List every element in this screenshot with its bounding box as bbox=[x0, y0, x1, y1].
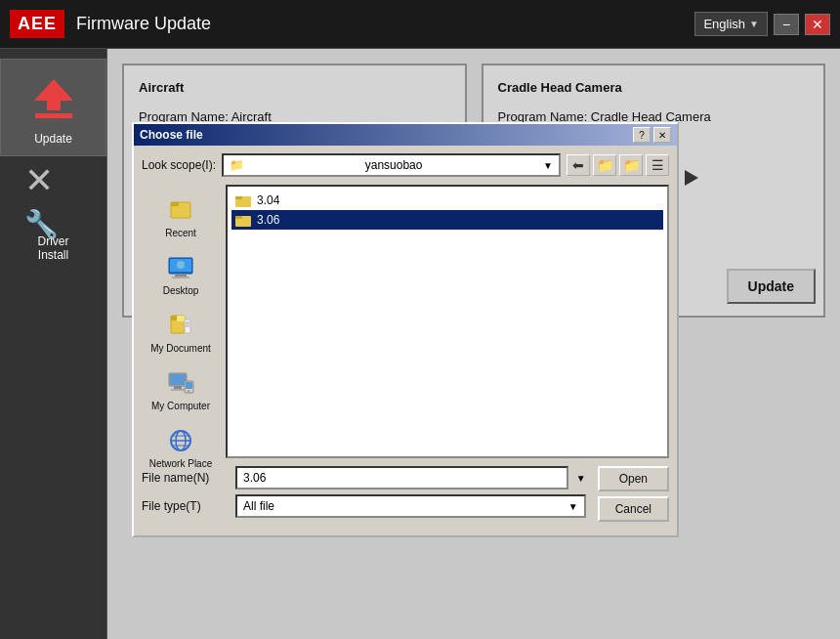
nav-my-computer-label: My Computer bbox=[151, 401, 210, 411]
nav-item-my-computer[interactable]: My Computer bbox=[144, 362, 218, 417]
cradle-version-arrow[interactable] bbox=[685, 170, 698, 186]
svg-point-6 bbox=[177, 261, 185, 269]
nav-recent-label: Recent bbox=[165, 228, 196, 238]
recent-icon bbox=[165, 194, 196, 226]
look-scope-label: Look scope(I): bbox=[142, 158, 216, 172]
file-name-row: File name(N) ▼ bbox=[142, 466, 586, 490]
toolbar-view-button[interactable]: ☰ bbox=[646, 154, 669, 176]
file-name-input[interactable] bbox=[235, 466, 568, 490]
nav-item-my-document[interactable]: My Document bbox=[144, 304, 218, 360]
toolbar-new-folder-button[interactable]: 📁 bbox=[619, 154, 643, 176]
look-scope-select[interactable]: 📁 yansuobao ▼ bbox=[222, 153, 561, 177]
svg-rect-16 bbox=[174, 386, 182, 389]
aircraft-panel-title: Aircraft bbox=[139, 80, 450, 95]
file-dialog-body: Look scope(I): 📁 yansuobao ▼ ⬅ 📁 📁 ☰ bbox=[134, 146, 677, 535]
folder-selected-icon bbox=[235, 212, 251, 228]
sidebar-update-label: Update bbox=[34, 132, 72, 146]
svg-rect-29 bbox=[235, 216, 242, 219]
cancel-button[interactable]: Cancel bbox=[598, 496, 669, 522]
toolbar-back-button[interactable]: ⬅ bbox=[567, 154, 590, 176]
nav-desktop-label: Desktop bbox=[163, 285, 199, 296]
main-content: Update ✕🔧 DriverInstall Aircraft Program… bbox=[0, 49, 840, 639]
language-label: English bbox=[703, 17, 745, 31]
file-item-306[interactable]: 3.06 bbox=[231, 210, 663, 230]
sidebar-item-driver-install[interactable]: ✕🔧 DriverInstall bbox=[0, 161, 106, 273]
look-scope-dropdown-arrow: ▼ bbox=[543, 160, 553, 171]
svg-rect-3 bbox=[175, 274, 187, 277]
dialog-nav-sidebar: Recent bbox=[142, 185, 220, 458]
app-title: Firmware Update bbox=[76, 14, 694, 34]
file-type-row: File type(T) All file ▼ bbox=[142, 494, 586, 518]
dialog-help-button[interactable]: ? bbox=[633, 127, 651, 143]
svg-rect-17 bbox=[171, 389, 185, 391]
title-bar-controls: English ▼ − ✕ bbox=[694, 12, 830, 36]
sidebar-driver-label: DriverInstall bbox=[38, 234, 69, 262]
file-dialog-title: Choose file bbox=[140, 128, 203, 142]
app-logo: AEE bbox=[10, 10, 64, 38]
minimize-button[interactable]: − bbox=[774, 14, 799, 35]
open-button[interactable]: Open bbox=[598, 466, 669, 491]
svg-point-20 bbox=[188, 390, 189, 392]
close-button[interactable]: ✕ bbox=[805, 14, 830, 35]
svg-rect-27 bbox=[235, 196, 242, 199]
dialog-controls: ? ✕ bbox=[633, 127, 671, 143]
look-scope-value: yansuobao bbox=[365, 158, 423, 172]
dialog-main-panel: Recent bbox=[142, 185, 669, 458]
file-304-name: 3.04 bbox=[257, 193, 279, 207]
update-icon bbox=[24, 69, 83, 128]
file-type-select[interactable]: All file ▼ bbox=[235, 494, 586, 518]
title-bar: AEE Firmware Update English ▼ − ✕ bbox=[0, 0, 840, 49]
driver-install-icon: ✕🔧 bbox=[24, 172, 83, 231]
nav-item-recent[interactable]: Recent bbox=[144, 189, 218, 244]
cradle-panel-title: Cradle Head Camera bbox=[498, 80, 810, 95]
toolbar-icons: ⬅ 📁 📁 ☰ bbox=[567, 154, 669, 176]
dialog-close-button[interactable]: ✕ bbox=[653, 127, 671, 143]
look-scope-row: Look scope(I): 📁 yansuobao ▼ ⬅ 📁 📁 ☰ bbox=[142, 153, 669, 177]
file-list[interactable]: 3.04 3.06 bbox=[226, 185, 669, 458]
my-document-icon bbox=[165, 310, 196, 341]
network-place-icon bbox=[165, 425, 196, 456]
svg-rect-8 bbox=[171, 316, 177, 320]
file-type-value: All file bbox=[243, 499, 274, 513]
my-computer-icon bbox=[165, 367, 196, 399]
nav-item-desktop[interactable]: Desktop bbox=[144, 246, 218, 302]
update-button[interactable]: Update bbox=[727, 269, 816, 304]
content-area: Aircraft Program Name: Aircraft Current … bbox=[107, 49, 840, 639]
folder-icon bbox=[235, 192, 251, 208]
dialog-action-buttons: Open Cancel bbox=[598, 466, 669, 523]
file-item-304[interactable]: 3.04 bbox=[231, 191, 663, 210]
svg-rect-9 bbox=[177, 316, 185, 321]
file-306-name: 3.06 bbox=[257, 213, 279, 227]
language-dropdown-arrow: ▼ bbox=[749, 19, 759, 29]
svg-rect-19 bbox=[186, 382, 192, 389]
file-name-dropdown-arrow: ▼ bbox=[576, 473, 586, 484]
svg-rect-1 bbox=[171, 202, 179, 206]
wrench-cross-icon: ✕🔧 bbox=[24, 160, 83, 242]
toolbar-up-button[interactable]: 📁 bbox=[593, 154, 616, 176]
dialog-bottom: File name(N) ▼ File type(T) All file ▼ bbox=[142, 466, 669, 523]
file-name-label: File name(N) bbox=[142, 471, 230, 485]
file-type-dropdown-arrow: ▼ bbox=[568, 501, 578, 512]
sidebar: Update ✕🔧 DriverInstall bbox=[0, 49, 107, 639]
file-type-label: File type(T) bbox=[142, 499, 230, 513]
file-dialog: Choose file ? ✕ Look scope(I): 📁 yansuob… bbox=[132, 122, 679, 537]
language-selector[interactable]: English ▼ bbox=[694, 12, 768, 36]
nav-my-document-label: My Document bbox=[150, 343, 211, 354]
desktop-icon bbox=[165, 252, 196, 283]
file-dialog-titlebar: Choose file ? ✕ bbox=[134, 124, 677, 146]
svg-rect-4 bbox=[172, 277, 189, 278]
svg-rect-15 bbox=[170, 374, 186, 385]
sidebar-item-update[interactable]: Update bbox=[0, 59, 106, 156]
